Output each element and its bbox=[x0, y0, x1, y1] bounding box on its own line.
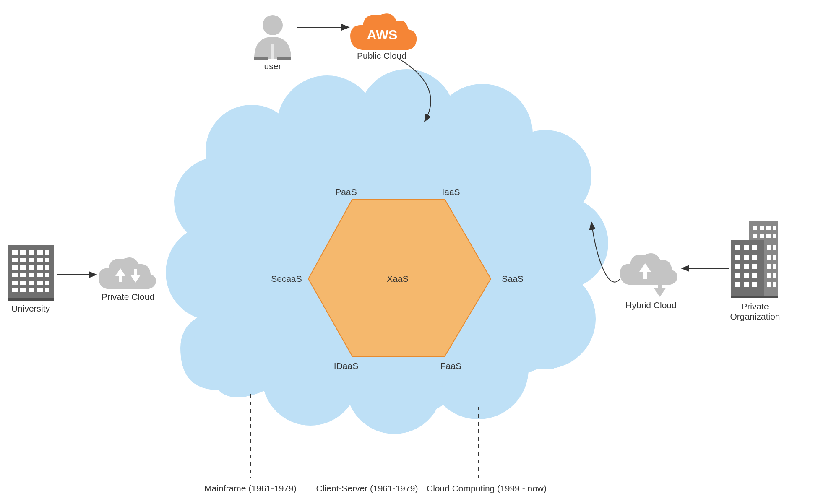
hexagon-vertex-paas: PaaS bbox=[335, 187, 357, 197]
hexagon-vertex-iaas: IaaS bbox=[442, 187, 460, 197]
svg-rect-77 bbox=[735, 264, 740, 269]
timeline-era3: Cloud Computing (1999 - now) bbox=[427, 483, 547, 493]
svg-rect-80 bbox=[735, 273, 740, 278]
svg-rect-21 bbox=[8, 298, 54, 301]
svg-marker-59 bbox=[654, 288, 666, 297]
svg-rect-76 bbox=[752, 255, 757, 260]
hexagon-vertex-saas: SaaS bbox=[502, 274, 523, 283]
svg-rect-36 bbox=[45, 265, 49, 270]
svg-rect-79 bbox=[752, 264, 757, 269]
svg-rect-23 bbox=[20, 250, 26, 255]
svg-rect-47 bbox=[12, 288, 18, 292]
private-org-icon bbox=[731, 221, 778, 298]
svg-rect-33 bbox=[20, 265, 26, 270]
hexagon-vertex-secaas: SecaaS bbox=[271, 274, 302, 283]
svg-rect-91 bbox=[773, 264, 776, 269]
svg-rect-26 bbox=[45, 250, 49, 255]
hexagon-center-label: XaaS bbox=[387, 274, 408, 283]
svg-rect-63 bbox=[766, 226, 771, 230]
svg-rect-61 bbox=[753, 226, 757, 230]
svg-rect-43 bbox=[20, 281, 26, 285]
svg-rect-92 bbox=[767, 273, 771, 278]
svg-rect-75 bbox=[744, 255, 749, 260]
svg-rect-19 bbox=[271, 44, 274, 59]
private-cloud-icon bbox=[99, 257, 156, 289]
university-icon bbox=[8, 245, 54, 301]
svg-rect-37 bbox=[12, 273, 18, 277]
hybrid-cloud-label: Hybrid Cloud bbox=[625, 300, 676, 310]
aws-brand-text: AWS bbox=[367, 27, 398, 42]
svg-rect-45 bbox=[37, 281, 43, 285]
svg-rect-35 bbox=[37, 265, 43, 270]
private-org-label-line2: Organization bbox=[730, 312, 780, 321]
svg-rect-58 bbox=[658, 278, 662, 288]
svg-rect-34 bbox=[29, 265, 34, 270]
svg-rect-41 bbox=[45, 273, 49, 277]
svg-rect-64 bbox=[773, 226, 776, 230]
svg-rect-18 bbox=[277, 57, 291, 60]
svg-rect-87 bbox=[773, 245, 776, 250]
user-label: user bbox=[264, 61, 281, 71]
svg-rect-93 bbox=[773, 273, 776, 278]
svg-rect-73 bbox=[752, 245, 757, 250]
svg-rect-67 bbox=[766, 234, 771, 238]
svg-rect-65 bbox=[753, 234, 757, 238]
university-label: University bbox=[11, 304, 50, 313]
svg-rect-38 bbox=[20, 273, 26, 277]
svg-rect-71 bbox=[735, 245, 740, 250]
hexagon-vertex-idaas: IDaaS bbox=[334, 361, 358, 371]
svg-point-16 bbox=[263, 15, 283, 35]
svg-rect-29 bbox=[29, 258, 34, 262]
svg-rect-74 bbox=[735, 255, 740, 260]
svg-rect-51 bbox=[45, 288, 49, 292]
svg-rect-27 bbox=[12, 258, 18, 262]
svg-rect-55 bbox=[134, 269, 137, 276]
svg-rect-44 bbox=[29, 281, 34, 285]
private-cloud-label: Private Cloud bbox=[102, 292, 154, 301]
svg-rect-85 bbox=[752, 282, 757, 287]
svg-rect-49 bbox=[29, 288, 34, 292]
svg-rect-83 bbox=[735, 282, 740, 287]
diagram-canvas: XaaS PaaS IaaS SaaS FaaS IDaaS SecaaS us… bbox=[0, 0, 818, 504]
svg-rect-57 bbox=[643, 271, 647, 279]
svg-rect-81 bbox=[744, 273, 749, 278]
svg-rect-62 bbox=[760, 226, 764, 230]
svg-rect-39 bbox=[29, 273, 34, 277]
svg-rect-94 bbox=[767, 282, 771, 287]
hybrid-cloud-icon bbox=[620, 253, 677, 297]
svg-rect-88 bbox=[767, 255, 771, 260]
svg-rect-68 bbox=[773, 234, 776, 238]
svg-rect-25 bbox=[37, 250, 43, 255]
timeline-era1: Mainframe (1961-1979) bbox=[204, 483, 296, 493]
svg-rect-30 bbox=[37, 258, 43, 262]
svg-rect-53 bbox=[119, 275, 122, 282]
svg-rect-82 bbox=[752, 273, 757, 278]
svg-rect-22 bbox=[12, 250, 18, 255]
aws-cloud-icon: AWS bbox=[350, 13, 417, 50]
svg-rect-70 bbox=[731, 296, 778, 298]
svg-rect-89 bbox=[773, 255, 776, 260]
svg-rect-90 bbox=[767, 264, 771, 269]
svg-rect-40 bbox=[37, 273, 43, 277]
svg-rect-32 bbox=[12, 265, 18, 270]
svg-rect-28 bbox=[20, 258, 26, 262]
svg-rect-48 bbox=[20, 288, 26, 292]
svg-rect-86 bbox=[767, 245, 771, 250]
svg-rect-72 bbox=[744, 245, 749, 250]
svg-rect-50 bbox=[37, 288, 43, 292]
svg-rect-42 bbox=[12, 281, 18, 285]
svg-rect-46 bbox=[45, 281, 49, 285]
svg-rect-24 bbox=[29, 250, 34, 255]
private-org-label-line1: Private bbox=[741, 301, 769, 311]
timeline-era2: Client-Server (1961-1979) bbox=[316, 483, 418, 493]
svg-rect-31 bbox=[45, 258, 49, 262]
svg-rect-78 bbox=[744, 264, 749, 269]
user-icon bbox=[254, 15, 291, 60]
svg-rect-66 bbox=[760, 234, 764, 238]
svg-rect-17 bbox=[254, 57, 268, 60]
hexagon-vertex-faas: FaaS bbox=[440, 361, 461, 371]
svg-rect-84 bbox=[744, 282, 749, 287]
svg-rect-95 bbox=[773, 282, 776, 287]
